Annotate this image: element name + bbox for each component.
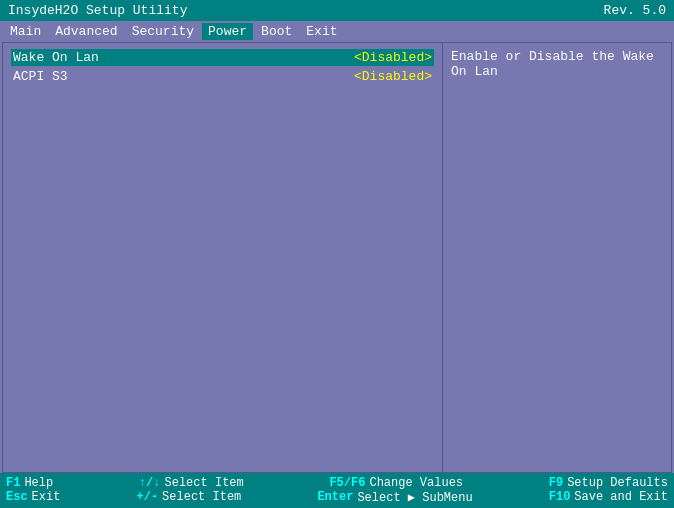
footer: F1Help↑/↓Select ItemF5/F6Change ValuesF9… xyxy=(0,473,674,508)
menu-item-main[interactable]: Main xyxy=(4,23,47,40)
footer-desc-0-0: Help xyxy=(24,476,53,490)
footer-entry-1-0: EscExit xyxy=(6,490,60,505)
footer-entry-0-3: F9Setup Defaults xyxy=(549,476,668,490)
footer-entry-0-0: F1Help xyxy=(6,476,53,490)
setting-label-0: Wake On Lan xyxy=(13,50,99,65)
footer-desc-1-0: Exit xyxy=(32,490,61,505)
menu-item-security[interactable]: Security xyxy=(126,23,200,40)
footer-key-1-3: F10 xyxy=(549,490,571,505)
footer-desc-1-3: Save and Exit xyxy=(574,490,668,505)
footer-key-1-2: Enter xyxy=(317,490,353,505)
footer-key-0-2: F5/F6 xyxy=(329,476,365,490)
footer-key-0-3: F9 xyxy=(549,476,563,490)
footer-entry-0-2: F5/F6Change Values xyxy=(329,476,463,490)
setting-label-1: ACPI S3 xyxy=(13,69,68,84)
footer-row-1: EscExit+/-Select ItemEnterSelect ▶ SubMe… xyxy=(6,490,668,505)
setting-row-0[interactable]: Wake On Lan<Disabled> xyxy=(11,49,434,66)
footer-desc-0-1: Select Item xyxy=(165,476,244,490)
footer-key-0-0: F1 xyxy=(6,476,20,490)
menu-item-boot[interactable]: Boot xyxy=(255,23,298,40)
menu-bar: MainAdvancedSecurityPowerBootExit xyxy=(0,21,674,42)
footer-entry-1-3: F10Save and Exit xyxy=(549,490,668,505)
right-panel: Enable or Disable the Wake On Lan xyxy=(443,43,671,472)
footer-entry-1-2: EnterSelect ▶ SubMenu xyxy=(317,490,472,505)
help-text: Enable or Disable the Wake On Lan xyxy=(451,49,654,79)
title-text: InsydeH2O Setup Utility xyxy=(8,3,187,18)
footer-key-0-1: ↑/↓ xyxy=(139,476,161,490)
footer-row-0: F1Help↑/↓Select ItemF5/F6Change ValuesF9… xyxy=(6,476,668,490)
footer-entry-1-1: +/-Select Item xyxy=(137,490,242,505)
footer-desc-0-3: Setup Defaults xyxy=(567,476,668,490)
menu-item-advanced[interactable]: Advanced xyxy=(49,23,123,40)
menu-item-exit[interactable]: Exit xyxy=(300,23,343,40)
title-bar: InsydeH2O Setup Utility Rev. 5.0 xyxy=(0,0,674,21)
setting-row-1[interactable]: ACPI S3<Disabled> xyxy=(11,68,434,85)
content-area: Wake On Lan<Disabled>ACPI S3<Disabled> E… xyxy=(2,42,672,473)
setting-value-0: <Disabled> xyxy=(354,50,432,65)
footer-key-1-1: +/- xyxy=(137,490,159,505)
left-panel: Wake On Lan<Disabled>ACPI S3<Disabled> xyxy=(3,43,443,472)
bios-screen: InsydeH2O Setup Utility Rev. 5.0 MainAdv… xyxy=(0,0,674,508)
rev-text: Rev. 5.0 xyxy=(604,3,666,18)
footer-desc-1-2: Select ▶ SubMenu xyxy=(357,490,472,505)
menu-item-power[interactable]: Power xyxy=(202,23,253,40)
setting-value-1: <Disabled> xyxy=(354,69,432,84)
footer-desc-0-2: Change Values xyxy=(369,476,463,490)
footer-desc-1-1: Select Item xyxy=(162,490,241,505)
footer-key-1-0: Esc xyxy=(6,490,28,505)
footer-entry-0-1: ↑/↓Select Item xyxy=(139,476,244,490)
